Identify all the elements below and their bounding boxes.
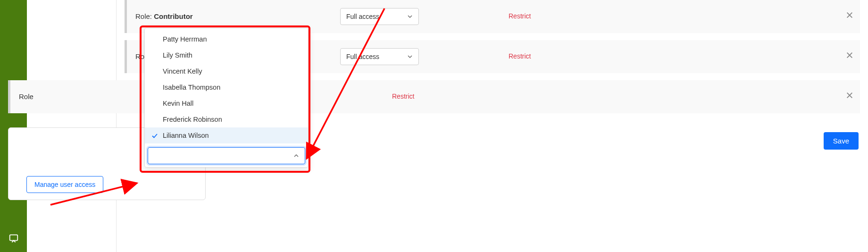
restrict-link[interactable]: Restrict <box>509 52 531 60</box>
dropdown-item-label: Patty Herrman <box>163 35 207 43</box>
role-name: Contributor <box>154 12 192 20</box>
left-panel <box>27 0 117 252</box>
dropdown-item[interactable]: Vincent Kelly <box>145 63 308 79</box>
chevron-down-icon <box>407 54 413 59</box>
dropdown-item-label: Frederick Robinson <box>163 116 222 123</box>
app-sidebar <box>0 0 27 252</box>
dropdown-item[interactable]: Frederick Robinson <box>145 111 308 127</box>
access-value: Full access <box>346 53 379 60</box>
dropdown-item[interactable]: Lily Smith <box>145 47 308 63</box>
manage-user-access-button[interactable]: Manage user access <box>26 176 103 193</box>
role-row: Role Full access Restrict <box>8 80 860 113</box>
feedback-icon[interactable] <box>8 233 19 244</box>
check-icon <box>151 133 158 139</box>
dropdown-item[interactable]: Patty Herrman <box>145 31 308 47</box>
user-dropdown: Patty Herrman Lily Smith Vincent Kelly I… <box>144 28 309 168</box>
dropdown-item[interactable]: Lilianna Wilson <box>145 127 308 143</box>
dropdown-item-label: Lilianna Wilson <box>163 132 209 139</box>
dropdown-item-label: Vincent Kelly <box>163 67 202 75</box>
access-value: Full access <box>346 13 379 20</box>
role-prefix: Role <box>19 92 33 101</box>
dropdown-item-label: Lily Smith <box>163 51 192 59</box>
chevron-down-icon <box>407 14 413 19</box>
access-select[interactable]: Full access <box>340 8 419 25</box>
dropdown-item-label: Kevin Hall <box>163 100 193 107</box>
close-icon[interactable] <box>846 92 853 99</box>
save-button[interactable]: Save <box>824 132 859 150</box>
role-label: Role: Contributor <box>135 12 193 20</box>
dropdown-item[interactable]: Kevin Hall <box>145 95 308 111</box>
restrict-link[interactable]: Restrict <box>509 12 531 20</box>
svg-rect-0 <box>10 235 18 241</box>
dropdown-search-input[interactable] <box>148 147 305 164</box>
restrict-link[interactable]: Restrict <box>392 92 414 100</box>
chevron-up-icon <box>293 153 299 159</box>
dropdown-item[interactable]: Isabella Thompson <box>145 79 308 95</box>
close-icon[interactable] <box>846 51 853 59</box>
dropdown-item-label: Isabella Thompson <box>163 84 220 91</box>
close-icon[interactable] <box>846 11 853 19</box>
role-prefix: Role: <box>135 12 154 20</box>
role-label: Role <box>19 92 33 101</box>
access-select[interactable]: Full access <box>340 48 419 65</box>
